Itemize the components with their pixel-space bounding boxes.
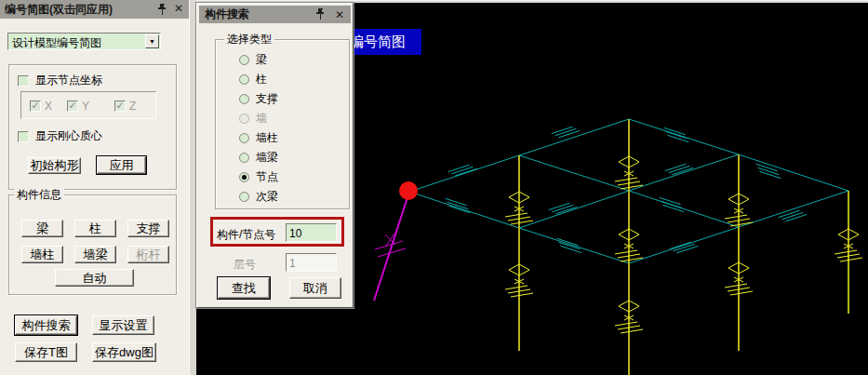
radio-option-3: 墙 bbox=[239, 111, 267, 127]
radio-label: 梁 bbox=[256, 52, 267, 68]
radio-icon[interactable] bbox=[239, 94, 249, 104]
cancel-button[interactable]: 取消 bbox=[289, 277, 341, 299]
auto-button[interactable]: 自动 bbox=[55, 269, 134, 287]
panel-edge-gutter bbox=[189, 0, 196, 375]
member-search-dialog: 构件搜索 ✕ 选择类型 梁柱支撑墙墙柱墙梁节点次梁 构件/节点号 层号 查找 取… bbox=[196, 3, 354, 308]
axis-checkbox-y: ✓Y bbox=[67, 100, 89, 113]
member-info-group: 构件信息 梁柱支撑墙柱墙梁桁杆 自动 bbox=[8, 194, 177, 295]
show-node-coords-row[interactable]: 显示节点坐标 bbox=[18, 73, 102, 88]
axes-frame: ✓X✓Y✓Z bbox=[20, 91, 156, 119]
radio-icon[interactable] bbox=[239, 74, 249, 85]
group-title: 构件信息 bbox=[14, 188, 64, 201]
radio-label: 支撑 bbox=[256, 91, 278, 107]
radio-icon[interactable] bbox=[239, 172, 249, 182]
radio-option-6[interactable]: 节点 bbox=[239, 169, 278, 185]
checkbox-label: X bbox=[45, 100, 52, 113]
checkbox-icon[interactable] bbox=[18, 131, 29, 142]
view-title-label: 编号简图 bbox=[347, 29, 421, 55]
radio-label: 柱 bbox=[256, 72, 267, 87]
radio-icon[interactable] bbox=[239, 153, 249, 163]
app-window: { "icons": { "close": "✕", "dropdown": "… bbox=[0, 0, 868, 375]
display-settings-button[interactable]: 显示设置 bbox=[92, 315, 154, 335]
member-id-label: 构件/节点号 bbox=[217, 227, 275, 243]
pin-icon[interactable] bbox=[315, 8, 327, 20]
member-button-3[interactable]: 墙柱 bbox=[21, 246, 63, 263]
radio-label: 墙柱 bbox=[256, 130, 278, 146]
member-button-0[interactable]: 梁 bbox=[21, 220, 63, 237]
numbering-diagram-panel: 编号简图(双击同应用) ✕ 设计模型编号简图 ▼ 显示节点坐标 ✓X✓Y✓Z 显… bbox=[0, 0, 189, 375]
checkbox-icon[interactable] bbox=[18, 75, 29, 87]
radio-label: 节点 bbox=[256, 169, 278, 185]
chevron-down-icon[interactable]: ▼ bbox=[145, 34, 159, 48]
member-search-button[interactable]: 构件搜索 bbox=[15, 315, 77, 335]
checkbox-label: 显示刚心质心 bbox=[35, 128, 102, 144]
radio-label: 次梁 bbox=[256, 189, 278, 205]
group-title: 选择类型 bbox=[224, 33, 274, 46]
member-button-4[interactable]: 墙梁 bbox=[74, 246, 116, 263]
checkbox-label: 显示节点坐标 bbox=[35, 73, 102, 88]
checkbox-label: Y bbox=[82, 100, 89, 113]
panel-title: 编号简图(双击同应用) bbox=[5, 3, 113, 16]
radio-option-7[interactable]: 次梁 bbox=[239, 189, 278, 205]
close-icon[interactable]: ✕ bbox=[172, 2, 185, 16]
axis-checkbox-z: ✓Z bbox=[114, 100, 136, 113]
radio-icon[interactable] bbox=[239, 133, 249, 143]
radio-option-4[interactable]: 墙柱 bbox=[239, 130, 278, 146]
find-button[interactable]: 查找 bbox=[218, 277, 270, 299]
checkbox-icon: ✓ bbox=[67, 100, 78, 112]
radio-option-0[interactable]: 梁 bbox=[239, 52, 267, 68]
radio-icon[interactable] bbox=[239, 55, 249, 65]
radio-icon[interactable] bbox=[239, 192, 249, 202]
member-button-2[interactable]: 支撑 bbox=[127, 220, 169, 237]
apply-button[interactable]: 应用 bbox=[97, 156, 146, 174]
radio-option-2[interactable]: 支撑 bbox=[239, 91, 278, 107]
close-icon[interactable]: ✕ bbox=[333, 8, 346, 22]
panel-titlebar[interactable]: 编号简图(双击同应用) ✕ bbox=[0, 0, 189, 19]
dialog-titlebar[interactable]: 构件搜索 ✕ bbox=[199, 6, 351, 23]
diagram-type-combobox[interactable]: 设计模型编号简图 ▼ bbox=[7, 33, 161, 50]
axis-checkbox-x: ✓X bbox=[30, 100, 52, 113]
radio-option-5[interactable]: 墙梁 bbox=[239, 150, 278, 166]
select-type-group: 选择类型 bbox=[215, 39, 350, 209]
combobox-value: 设计模型编号简图 bbox=[12, 35, 101, 51]
member-button-5: 桁杆 bbox=[127, 246, 169, 263]
checkbox-icon: ✓ bbox=[30, 100, 41, 112]
radio-icon bbox=[239, 114, 249, 124]
display-options-group: 显示节点坐标 ✓X✓Y✓Z 显示刚心质心 初始构形 应用 bbox=[8, 64, 177, 190]
radio-label: 墙梁 bbox=[256, 150, 278, 166]
floor-number-input bbox=[286, 253, 337, 272]
floor-number-label: 层号 bbox=[234, 257, 256, 273]
member-button-1[interactable]: 柱 bbox=[74, 220, 116, 237]
save-t-drawing-button[interactable]: 保存T图 bbox=[15, 342, 77, 362]
radio-option-1[interactable]: 柱 bbox=[239, 72, 267, 87]
save-dwg-drawing-button[interactable]: 保存dwg图 bbox=[92, 342, 156, 362]
pin-icon[interactable] bbox=[157, 3, 169, 15]
checkbox-icon: ✓ bbox=[114, 100, 126, 112]
checkbox-label: Z bbox=[129, 100, 136, 113]
initial-configuration-button[interactable]: 初始构形 bbox=[28, 157, 81, 174]
radio-label: 墙 bbox=[256, 111, 267, 127]
dialog-title: 构件搜索 bbox=[205, 7, 249, 20]
member-id-input[interactable] bbox=[286, 223, 337, 242]
show-stiffness-center-row[interactable]: 显示刚心质心 bbox=[18, 128, 102, 144]
